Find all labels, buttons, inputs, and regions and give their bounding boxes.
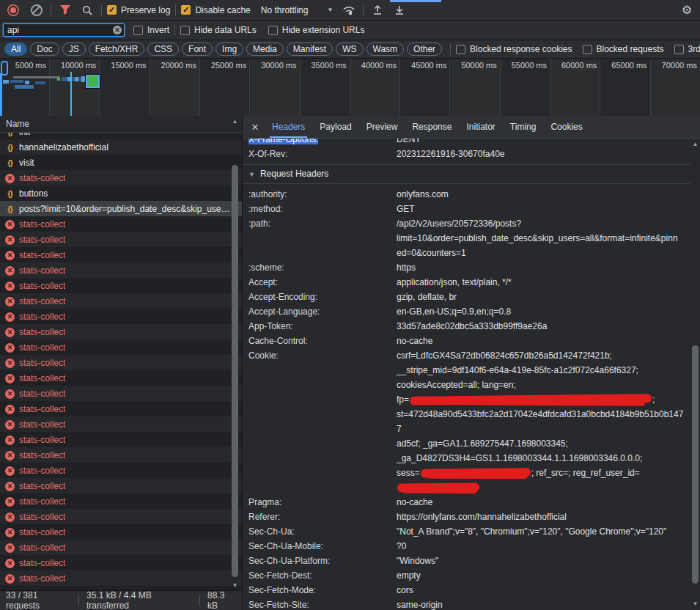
tab-cookies[interactable]: Cookies — [543, 116, 589, 138]
tab-initiator[interactable]: Initiator — [459, 116, 502, 138]
search-button[interactable] — [78, 2, 96, 18]
request-name: stats-collect — [19, 496, 65, 507]
request-name: stats-collect — [19, 512, 65, 522]
filter-pill-css[interactable]: CSS — [147, 43, 179, 56]
scroll-up-icon[interactable]: ▲ — [690, 140, 700, 149]
clear-filter-icon[interactable]: ✕ — [113, 26, 122, 34]
filter-pill-font[interactable]: Font — [182, 43, 213, 56]
table-row-stats-collect[interactable]: ✕stats-collect — [0, 401, 242, 416]
filter-pill-doc[interactable]: Doc — [30, 43, 59, 56]
filter-pill-fetch-xhr[interactable]: Fetch/XHR — [89, 43, 145, 56]
filter-pill-ws[interactable]: WS — [336, 43, 363, 56]
3rd-party-requests-checkbox[interactable] — [674, 45, 684, 54]
table-row-stats-collect[interactable]: ✕stats-collect — [0, 509, 242, 524]
table-row-buttons[interactable]: {}buttons — [0, 185, 242, 201]
table-row-stats-collect[interactable]: ✕stats-collect — [0, 216, 242, 232]
name-column-header[interactable]: Name — [0, 116, 242, 133]
filter-pill-manifest[interactable]: Manifest — [287, 43, 333, 56]
table-row-stats-collect[interactable]: ✕stats-collect — [0, 493, 242, 509]
export-har-button[interactable] — [391, 2, 408, 18]
table-row-stats-collect[interactable]: ✕stats-collect — [0, 247, 242, 262]
error-icon: ✕ — [5, 282, 15, 291]
header-row: Accept-Language:en-GB,en-US;q=0.9,en;q=0… — [248, 304, 690, 319]
table-row-stats-collect[interactable]: ✕stats-collect — [0, 309, 242, 324]
header-row: Accept-Encoding:gzip, deflate, br — [248, 290, 690, 304]
table-row-stats-collect[interactable]: ✕stats-collect — [0, 555, 242, 570]
tab-headers[interactable]: Headers — [265, 116, 312, 138]
selected-request-marker — [86, 75, 100, 88]
table-row-stats-collect[interactable]: ✕stats-collect — [0, 339, 242, 355]
invert-checkbox[interactable] — [133, 26, 143, 35]
filter-pill-all[interactable]: All — [4, 43, 27, 56]
network-conditions-button[interactable] — [340, 2, 358, 18]
filter-pill-media[interactable]: Media — [246, 43, 284, 56]
details-scrollbar[interactable]: ▲ ▼ — [690, 139, 700, 610]
table-row-stats-collect[interactable]: ✕stats-collect — [0, 262, 242, 278]
request-name: init — [19, 133, 30, 137]
error-icon: ✕ — [5, 220, 15, 229]
network-conditions-icon — [342, 5, 355, 15]
header-row: Accept:application/json, text/plain, */* — [248, 275, 690, 290]
table-row-init[interactable]: {}init — [0, 133, 242, 139]
record-button[interactable] — [4, 2, 22, 18]
table-row-posts[interactable]: {}hannahelizabethofficial — [0, 139, 242, 155]
table-row-stats-collect[interactable]: ✕stats-collect — [0, 170, 242, 185]
divider — [199, 595, 200, 606]
blocked-response-cookies-checkbox[interactable] — [456, 45, 465, 54]
table-row-stats-collect[interactable]: ✕stats-collect — [0, 370, 242, 386]
tab-response[interactable]: Response — [405, 116, 459, 138]
table-row-stats-collect[interactable]: ✕stats-collect — [0, 478, 242, 493]
clear-button[interactable] — [28, 2, 45, 18]
scrollbar-thumb[interactable] — [232, 165, 238, 577]
close-icon[interactable]: ✕ — [246, 122, 265, 133]
import-har-button[interactable] — [369, 2, 386, 18]
tab-timing[interactable]: Timing — [503, 116, 544, 138]
table-row-stats-collect[interactable]: ✕stats-collect — [0, 232, 242, 247]
table-row-stats-collect[interactable]: ✕stats-collect — [0, 463, 242, 478]
table-row-stats-collect[interactable]: ✕stats-collect — [0, 524, 242, 540]
scrollbar-thumb[interactable] — [692, 345, 699, 584]
request-details-pane: ✕ HeadersPayloadPreviewResponseInitiator… — [242, 116, 700, 610]
header-value: ?0 — [397, 539, 688, 554]
table-row-stats-collect[interactable]: ✕stats-collect — [0, 386, 242, 401]
request-list-scrollbar[interactable]: ▲ ▼ — [230, 117, 240, 590]
table-row-stats-collect[interactable]: ✕stats-collect — [0, 432, 242, 447]
preserve-log-checkbox[interactable]: ✓ — [107, 5, 117, 15]
filter-pill-img[interactable]: Img — [215, 43, 243, 56]
hide-extension-urls-checkbox[interactable] — [268, 26, 278, 35]
throttling-select[interactable]: No throttling — [261, 5, 309, 15]
tab-payload[interactable]: Payload — [312, 116, 358, 138]
timeline-tick-label: 5000 ms — [15, 61, 46, 70]
table-row-stats-collect[interactable]: ✕stats-collect — [0, 570, 242, 586]
table-row-stats-collect[interactable]: ✕stats-collect — [0, 293, 242, 309]
header-row: Cache-Control:no-cache — [248, 334, 690, 348]
tab-preview[interactable]: Preview — [359, 116, 405, 138]
scroll-down-icon[interactable]: ▼ — [230, 581, 240, 590]
table-row-stats-collect[interactable]: ✕stats-collect — [0, 278, 242, 293]
filter-pill-other[interactable]: Other — [407, 43, 442, 56]
request-headers-section[interactable]: ▼Request Headers — [243, 164, 690, 184]
disable-cache-checkbox[interactable]: ✓ — [181, 5, 191, 15]
chevron-down-icon[interactable]: ▼ — [327, 7, 333, 13]
table-row-stats-collect[interactable]: ✕stats-collect — [0, 416, 242, 432]
header-name: X-Frame-Options: — [248, 139, 397, 147]
hide-data-urls-checkbox[interactable] — [180, 26, 190, 35]
table-row-stats-collect[interactable]: ✕stats-collect — [0, 447, 242, 463]
table-row-posts[interactable]: {}posts?limit=10&order=publish_date_desc… — [0, 201, 242, 216]
settings-button[interactable]: ⚙ — [678, 2, 696, 18]
filter-pill-wasm[interactable]: Wasm — [366, 43, 405, 56]
blocked-requests-checkbox[interactable] — [583, 45, 592, 54]
table-row-visit[interactable]: {}visit — [0, 155, 242, 170]
filter-input[interactable] — [3, 23, 125, 37]
filter-pill-js[interactable]: JS — [62, 43, 86, 56]
filter-button[interactable] — [56, 2, 74, 18]
scroll-down-icon[interactable]: ▼ — [690, 600, 700, 609]
details-tabbar: ✕ HeadersPayloadPreviewResponseInitiator… — [243, 116, 700, 139]
network-overview[interactable]: 5000 ms10000 ms15000 ms20000 ms25000 ms3… — [0, 59, 700, 117]
table-row-stats-collect[interactable]: ✕stats-collect — [0, 324, 242, 339]
request-name: stats-collect — [19, 481, 65, 491]
scroll-up-icon[interactable]: ▲ — [230, 117, 240, 126]
table-row-stats-collect[interactable]: ✕stats-collect — [0, 540, 242, 555]
divider — [174, 24, 175, 36]
table-row-stats-collect[interactable]: ✕stats-collect — [0, 355, 242, 370]
